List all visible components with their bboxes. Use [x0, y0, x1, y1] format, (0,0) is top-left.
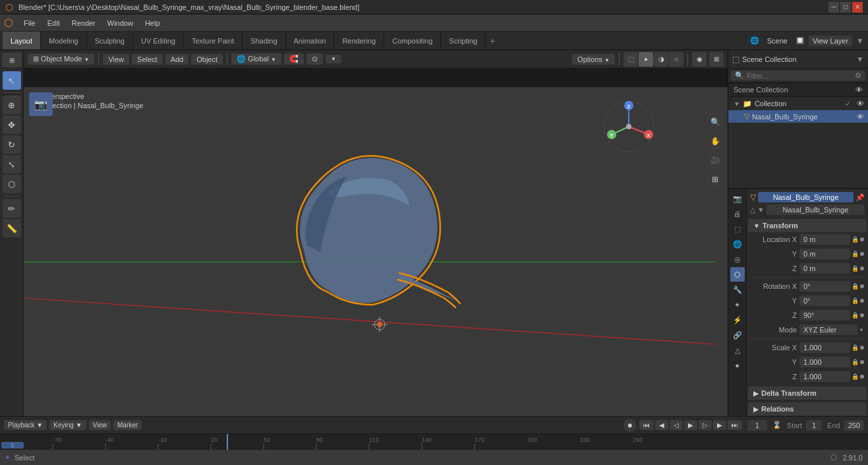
collection-tree-item[interactable]: ▼ 📁 Collection ✓ 👁 — [728, 97, 868, 110]
keying-menu-button[interactable]: Keying ▼ — [49, 420, 86, 430]
proportional-button[interactable]: ⊙ — [306, 53, 323, 65]
scene-collection-eye-icon[interactable]: 👁 — [855, 86, 863, 94]
object-menu-button[interactable]: Object — [191, 54, 223, 65]
cursor-tool-button[interactable]: ⊕ — [3, 96, 21, 114]
data-props-button[interactable]: △ — [730, 343, 745, 357]
transform-tool-button[interactable]: ⬡ — [3, 175, 21, 193]
minimize-button[interactable]: ─ — [828, 2, 839, 13]
current-frame-display[interactable]: 1 — [747, 420, 767, 431]
annotate-tool-button[interactable]: ✏ — [3, 199, 21, 218]
rotation-y-lock-icon[interactable]: 🔒 — [852, 297, 859, 304]
select-tool-button[interactable]: ↖ — [3, 71, 21, 90]
play-button[interactable]: ▶ — [684, 420, 697, 430]
camera-button[interactable]: 🎥 — [707, 152, 724, 169]
output-props-button[interactable]: 🖨 — [730, 206, 745, 221]
rotation-y-value[interactable]: 0° — [799, 295, 850, 306]
close-button[interactable]: ✕ — [852, 2, 863, 13]
next-keyframe-button[interactable]: ▷ — [699, 420, 712, 430]
snap-button[interactable]: 🧲 — [284, 53, 304, 65]
tab-compositing[interactable]: Compositing — [384, 32, 441, 49]
object-props-button[interactable]: ⬡ — [730, 267, 745, 282]
wireframe-display-button[interactable]: ⬚ — [623, 52, 638, 67]
timeline-track[interactable]: -70 -40 -10 20 50 80 110 140 170 200 230… — [0, 434, 868, 450]
object-mode-button[interactable]: ⊞ Object Mode ▼ — [28, 53, 94, 65]
material-props-button[interactable]: ● — [730, 358, 745, 373]
scale-tool-button[interactable]: ⤡ — [3, 155, 21, 173]
scale-z-value[interactable]: 1.000 — [799, 371, 850, 382]
rotation-x-value[interactable]: 0° — [799, 281, 850, 292]
rotate-tool-button[interactable]: ↻ — [3, 135, 21, 154]
view-menu-button[interactable]: View — [103, 54, 129, 65]
collection-check-icon[interactable]: ✓ — [845, 99, 852, 108]
scene-name[interactable]: Scene — [763, 36, 792, 46]
overlay-button[interactable]: ◉ — [692, 52, 707, 67]
view-menu-button-tl[interactable]: View — [89, 420, 111, 430]
pin-icon[interactable]: 📌 — [855, 193, 865, 202]
timeline-scrubber[interactable]: 1 — [1, 442, 24, 449]
transform-space-button[interactable]: 🌐 Global ▼ — [231, 53, 281, 65]
menu-render[interactable]: Render — [67, 18, 101, 28]
viewport-gizmo[interactable]: Z X Y — [602, 100, 655, 153]
orthographic-button[interactable]: ⊞ — [707, 171, 724, 188]
filter-icon[interactable]: ▼ — [856, 36, 864, 46]
jump-end-button[interactable]: ⏭ — [728, 420, 742, 430]
rotation-x-lock-icon[interactable]: 🔒 — [852, 283, 859, 290]
active-data-name[interactable]: Nasal_Bulb_Syringe — [767, 204, 865, 215]
tab-layout[interactable]: Layout — [3, 32, 41, 49]
rotation-mode-value[interactable]: XYZ Euler — [799, 325, 857, 335]
collection-eye-icon[interactable]: 👁 — [857, 100, 864, 108]
rendered-display-button[interactable]: ○ — [669, 52, 683, 67]
location-z-lock-icon[interactable]: 🔒 — [852, 265, 859, 272]
menu-file[interactable]: File — [18, 18, 41, 28]
xray-button[interactable]: ⊠ — [709, 52, 724, 67]
options-button[interactable]: Options ▼ — [572, 54, 615, 65]
start-frame-display[interactable]: 1 — [806, 420, 822, 431]
view-layer-name[interactable]: View Layer — [809, 36, 852, 46]
prev-frame-button[interactable]: ◀ — [655, 420, 668, 430]
render-props-button[interactable]: 📷 — [730, 191, 745, 206]
scale-y-value[interactable]: 1.000 — [799, 357, 850, 367]
next-frame-button[interactable]: ▶ — [713, 420, 726, 430]
tab-sculpting[interactable]: Sculpting — [87, 32, 133, 49]
menu-window[interactable]: Window — [102, 18, 138, 28]
jump-start-button[interactable]: ⏮ — [639, 420, 654, 430]
scale-y-lock-icon[interactable]: 🔒 — [852, 359, 859, 365]
scale-x-lock-icon[interactable]: 🔒 — [852, 344, 859, 351]
tab-shading[interactable]: Shading — [243, 32, 285, 49]
world-props-button[interactable]: ◎ — [730, 252, 745, 266]
titlebar-controls[interactable]: ─ □ ✕ — [828, 2, 863, 13]
delta-transform-header[interactable]: ▶ Delta Transform — [748, 387, 867, 400]
outliner-filter-icon[interactable]: ▼ — [856, 55, 864, 64]
filter-settings-icon[interactable]: ⚙ — [855, 71, 861, 80]
proportional-type-button[interactable]: ▼ — [326, 55, 341, 63]
end-frame-display[interactable]: 250 — [844, 420, 864, 431]
record-button[interactable]: ⏺ — [623, 419, 637, 432]
marker-menu-button[interactable]: Marker — [113, 420, 142, 430]
tab-rendering[interactable]: Rendering — [334, 32, 384, 49]
constraints-props-button[interactable]: 🔗 — [730, 328, 745, 342]
object-eye-icon[interactable]: 👁 — [857, 113, 864, 121]
material-display-button[interactable]: ◑ — [654, 52, 668, 67]
particles-props-button[interactable]: ✦ — [730, 297, 745, 312]
transform-section-header[interactable]: ▼ Transform — [748, 219, 867, 232]
tab-texture-paint[interactable]: Texture Paint — [184, 32, 243, 49]
tab-modeling[interactable]: Modeling — [41, 32, 87, 49]
move-tool-button[interactable]: ✥ — [3, 115, 21, 134]
maximize-button[interactable]: □ — [840, 2, 851, 13]
menu-edit[interactable]: Edit — [42, 18, 65, 28]
location-y-value[interactable]: 0 m — [799, 249, 850, 259]
physics-props-button[interactable]: ⚡ — [730, 313, 745, 327]
pan-button[interactable]: ✋ — [707, 133, 724, 150]
add-workspace-button[interactable]: + — [486, 32, 499, 49]
menu-help[interactable]: Help — [140, 18, 165, 28]
active-object-name[interactable]: Nasal_Bulb_Syringe — [758, 192, 854, 202]
location-x-value[interactable]: 0 m — [799, 234, 850, 245]
scale-z-lock-icon[interactable]: 🔒 — [852, 373, 859, 380]
tab-animation[interactable]: Animation — [286, 32, 335, 49]
modifier-props-button[interactable]: 🔧 — [730, 282, 745, 297]
solid-display-button[interactable]: ● — [639, 52, 653, 67]
select-menu-button[interactable]: Select — [132, 54, 163, 65]
tab-uv-editing[interactable]: UV Editing — [133, 32, 184, 49]
prev-keyframe-button[interactable]: ◁ — [670, 420, 683, 430]
viewport-canvas[interactable]: User Perspective (1) Collection | Nasal_… — [24, 87, 728, 416]
